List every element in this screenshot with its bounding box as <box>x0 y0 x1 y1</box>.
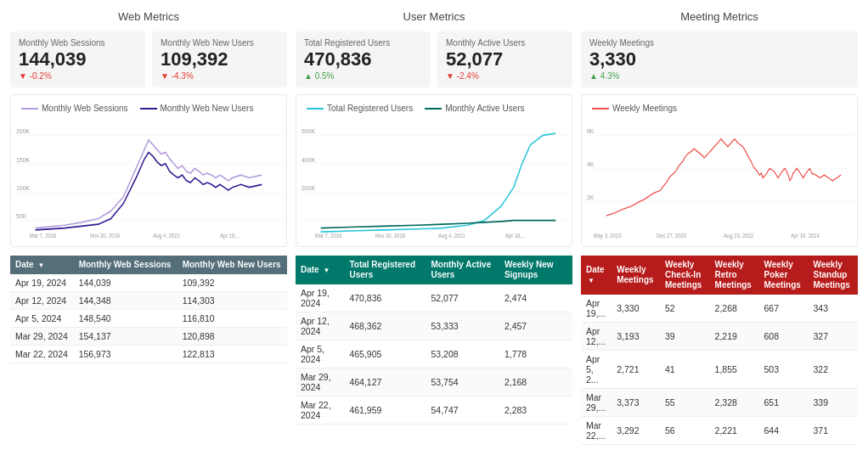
svg-text:Oct 25, 2021: Oct 25, 2021 <box>657 239 685 239</box>
user-col-registered[interactable]: Total Registered Users <box>344 256 426 284</box>
total-registered-label: Total Registered Users <box>304 38 422 48</box>
table-row: Apr 5, 2024465,90553,2081,778 <box>296 340 572 368</box>
web-sessions-kpi: Monthly Web Sessions 144,039 ▼ -0.2% <box>10 31 145 87</box>
meeting-chart-legend: Weekly Meetings <box>585 100 854 116</box>
tables-row: Date ▼ Monthly Web Sessions Monthly Web … <box>10 256 858 445</box>
web-sessions-legend-label: Monthly Web Sessions <box>42 104 128 113</box>
web-table-header-row: Date ▼ Monthly Web Sessions Monthly Web … <box>10 256 287 274</box>
web-metrics-section: Web Metrics Monthly Web Sessions 144,039… <box>10 10 287 247</box>
table-row: Apr 12,...3,193392,219608327 <box>581 323 858 351</box>
meeting-table-body: Apr 19,...3,330522,268667343Apr 12,...3,… <box>581 295 858 445</box>
table-row: Apr 19,...3,330522,268667343 <box>581 295 858 323</box>
web-chart-legend: Monthly Web Sessions Monthly Web New Use… <box>14 100 283 116</box>
table-row: Apr 12, 2024468,36253,3332,457 <box>296 312 572 340</box>
table-row: Mar 29, 2024464,12753,7542,168 <box>296 368 572 396</box>
weekly-meetings-value: 3,330 <box>589 49 849 70</box>
web-new-users-legend-label: Monthly Web New Users <box>161 104 254 113</box>
web-legend-new-users: Monthly Web New Users <box>140 104 254 113</box>
meeting-col-checkin[interactable]: Weekly Check-In Meetings <box>660 256 710 295</box>
svg-text:200K: 200K <box>302 184 315 193</box>
web-new-users-value: 109,392 <box>161 49 279 70</box>
meeting-col-date[interactable]: Date ▼ <box>581 256 612 295</box>
svg-text:Apr 18, 2024: Apr 18, 2024 <box>791 233 820 239</box>
web-metrics-title: Web Metrics <box>10 10 287 23</box>
table-row: Apr 5, 2...2,721411,855503322 <box>581 351 858 389</box>
web-new-users-kpi: Monthly Web New Users 109,392 ▼ -4.3% <box>152 31 287 87</box>
svg-text:Apr 18,...: Apr 18,... <box>220 233 240 239</box>
svg-text:Jul 14, 2017: Jul 14, 2017 <box>30 239 58 239</box>
registered-legend-line <box>307 108 324 110</box>
svg-text:Apr 18,...: Apr 18,... <box>505 233 526 239</box>
web-col-new-users[interactable]: Monthly Web New Users <box>178 256 287 274</box>
meeting-legend-weekly: Weekly Meetings <box>592 104 677 113</box>
meeting-col-standup[interactable]: Weekly Standup Meetings <box>808 256 858 295</box>
weekly-meetings-legend-label: Weekly Meetings <box>612 104 677 113</box>
registered-legend-label: Total Registered Users <box>327 104 413 113</box>
svg-text:Mar 7, 2016: Mar 7, 2016 <box>315 233 342 239</box>
svg-text:Dec 11, 2022: Dec 11, 2022 <box>438 239 469 239</box>
svg-text:Mar 7, 2016: Mar 7, 2016 <box>30 233 57 239</box>
user-table-body: Apr 19, 2024470,83652,0772,474Apr 12, 20… <box>296 284 572 424</box>
user-chart: 600K 400K 200K Mar 7, 2016 Nov 20, 2018 … <box>300 116 568 239</box>
user-chart-legend: Total Registered Users Monthly Active Us… <box>300 100 568 116</box>
user-kpi-row: Total Registered Users 470,836 ▲ 0.5% Mo… <box>296 31 572 87</box>
user-legend-active: Monthly Active Users <box>425 104 524 113</box>
user-col-date[interactable]: Date ▼ <box>296 256 344 284</box>
web-table-body: Apr 19, 2024144,039109,392Apr 12, 202414… <box>10 274 287 363</box>
svg-text:6K: 6K <box>587 127 595 136</box>
web-table: Date ▼ Monthly Web Sessions Monthly Web … <box>10 256 287 363</box>
web-kpi-row: Monthly Web Sessions 144,039 ▼ -0.2% Mon… <box>10 31 287 87</box>
svg-text:Jul 14, 2017: Jul 14, 2017 <box>315 239 343 239</box>
svg-text:Mar 28, 2020: Mar 28, 2020 <box>90 239 120 239</box>
table-row: Apr 5, 2024148,540116,810 <box>10 310 287 328</box>
svg-text:Jun 21, 2023: Jun 21, 2023 <box>724 239 753 239</box>
table-row: Mar 29,...3,373552,328651339 <box>581 389 858 417</box>
meeting-col-poker[interactable]: Weekly Poker Meetings <box>759 256 809 295</box>
meeting-metrics-section: Meeting Metrics Weekly Meetings 3,330 ▲ … <box>581 10 858 247</box>
svg-text:Feb 29, 2020: Feb 29, 2020 <box>594 239 623 239</box>
user-metrics-title: User Metrics <box>296 10 572 23</box>
total-registered-change: ▲ 0.5% <box>304 71 422 81</box>
svg-text:400K: 400K <box>302 155 315 164</box>
dashboard: Web Metrics Monthly Web Sessions 144,039… <box>0 0 868 455</box>
top-sections: Web Metrics Monthly Web Sessions 144,039… <box>10 10 858 247</box>
svg-text:4K: 4K <box>587 160 595 169</box>
table-row: Apr 19, 2024470,83652,0772,474 <box>296 284 572 312</box>
meeting-kpi-row: Weekly Meetings 3,330 ▲ 4.3% <box>581 31 858 87</box>
web-sessions-label: Monthly Web Sessions <box>19 38 137 48</box>
svg-text:600K: 600K <box>302 127 315 136</box>
total-registered-kpi: Total Registered Users 470,836 ▲ 0.5% <box>296 31 431 87</box>
svg-text:200K: 200K <box>16 127 30 136</box>
user-table-header-row: Date ▼ Total Registered Users Monthly Ac… <box>296 256 572 284</box>
svg-text:Mar 28, 2020: Mar 28, 2020 <box>375 239 405 239</box>
user-col-active[interactable]: Monthly Active Users <box>426 256 499 284</box>
meeting-col-weekly[interactable]: Weekly Meetings <box>612 256 660 295</box>
meeting-col-retro[interactable]: Weekly Retro Meetings <box>710 256 759 295</box>
user-col-signups[interactable]: Weekly New Signups <box>499 256 572 284</box>
meeting-chart: 6K 4K 2K May 3, 2019 Dec 27, 2020 Aug 23… <box>585 116 854 239</box>
weekly-meetings-kpi: Weekly Meetings 3,330 ▲ 4.3% <box>581 31 858 87</box>
web-table-section: Date ▼ Monthly Web Sessions Monthly Web … <box>10 256 287 445</box>
weekly-meetings-label: Weekly Meetings <box>589 38 849 48</box>
web-col-sessions[interactable]: Monthly Web Sessions <box>74 256 178 274</box>
table-row: Mar 22, 2024156,973122,813 <box>10 346 287 363</box>
svg-text:150K: 150K <box>16 155 30 164</box>
web-new-users-change: ▼ -4.3% <box>161 71 279 81</box>
web-chart: 200K 150K 100K 50K Mar 7, 2016 Nov 20, 2… <box>14 116 283 239</box>
web-legend-sessions: Monthly Web Sessions <box>21 104 128 113</box>
svg-text:50K: 50K <box>16 212 26 221</box>
user-legend-registered: Total Registered Users <box>307 104 413 113</box>
svg-text:2K: 2K <box>587 194 595 202</box>
meeting-metrics-title: Meeting Metrics <box>581 10 858 23</box>
table-row: Mar 22, 2024461,95954,7472,283 <box>296 396 572 424</box>
total-registered-value: 470,836 <box>304 49 422 70</box>
user-table-section: Date ▼ Total Registered Users Monthly Ac… <box>296 256 572 445</box>
monthly-active-label: Monthly Active Users <box>446 38 564 48</box>
meeting-table-section: Date ▼ Weekly Meetings Weekly Check-In M… <box>581 256 858 445</box>
web-col-date[interactable]: Date ▼ <box>10 256 74 274</box>
svg-text:Dec 11, 2022: Dec 11, 2022 <box>153 239 183 239</box>
web-chart-container: Monthly Web Sessions Monthly Web New Use… <box>10 94 287 247</box>
meeting-table-header-row: Date ▼ Weekly Meetings Weekly Check-In M… <box>581 256 858 295</box>
svg-text:Nov 20, 2018: Nov 20, 2018 <box>375 233 406 239</box>
web-sessions-change: ▼ -0.2% <box>19 71 137 81</box>
